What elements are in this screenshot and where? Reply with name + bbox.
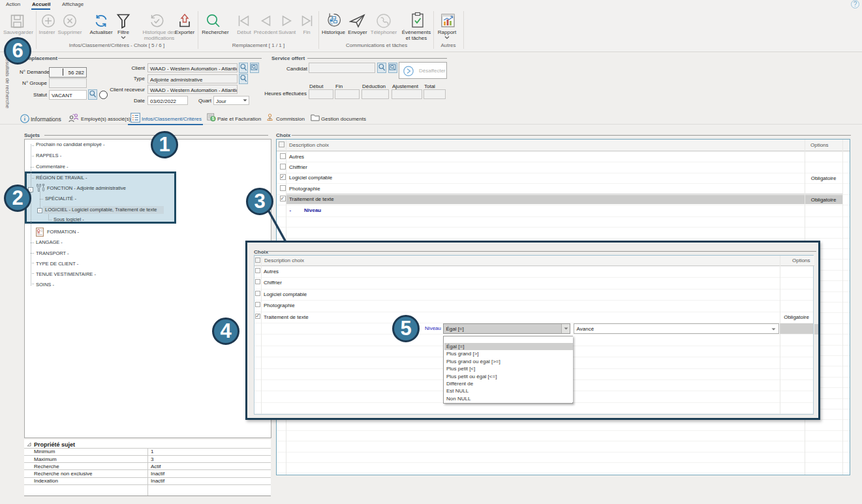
svg-text:$: $ — [212, 116, 215, 121]
